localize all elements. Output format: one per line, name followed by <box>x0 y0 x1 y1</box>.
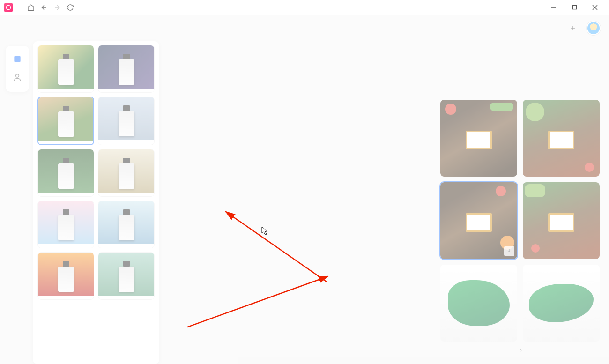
home-icon[interactable] <box>24 1 37 14</box>
svg-point-8 <box>16 74 19 77</box>
result-card[interactable] <box>440 265 517 342</box>
scene-card-selected[interactable] <box>37 97 94 145</box>
app-logo <box>4 3 13 12</box>
svg-point-0 <box>6 5 10 9</box>
left-rail <box>0 41 33 364</box>
scene-card[interactable] <box>98 149 155 197</box>
reupload-button[interactable] <box>570 25 578 31</box>
scene-card[interactable] <box>37 252 94 300</box>
scene-card[interactable] <box>37 45 94 93</box>
result-card[interactable] <box>523 265 600 342</box>
scene-panel <box>33 41 159 364</box>
close-button[interactable] <box>585 0 605 15</box>
rail-scene[interactable] <box>6 51 29 69</box>
page-header <box>0 15 609 41</box>
result-card[interactable] <box>440 100 517 177</box>
rail-mine[interactable] <box>6 69 29 87</box>
result-card[interactable] <box>523 182 600 259</box>
scene-card[interactable] <box>37 201 94 248</box>
refresh-icon[interactable] <box>64 1 77 14</box>
svg-rect-7 <box>14 56 20 62</box>
maximize-button[interactable] <box>564 0 585 15</box>
content-area <box>159 41 440 364</box>
result-card-selected[interactable] <box>440 182 517 259</box>
download-icon[interactable] <box>504 246 514 256</box>
result-card[interactable] <box>523 100 600 177</box>
page-title <box>8 23 10 34</box>
user-avatar[interactable] <box>587 21 601 35</box>
scene-card[interactable] <box>98 252 155 300</box>
minimize-button[interactable] <box>543 0 564 15</box>
all-results-link[interactable] <box>440 342 600 359</box>
title-bar <box>0 0 609 15</box>
svg-rect-2 <box>572 5 576 9</box>
scene-card[interactable] <box>98 97 155 145</box>
scene-card[interactable] <box>37 149 94 197</box>
forward-icon[interactable] <box>51 1 64 14</box>
scene-card[interactable] <box>98 201 155 248</box>
scene-card[interactable] <box>98 45 155 93</box>
back-icon[interactable] <box>37 1 51 14</box>
results-panel <box>440 41 609 364</box>
